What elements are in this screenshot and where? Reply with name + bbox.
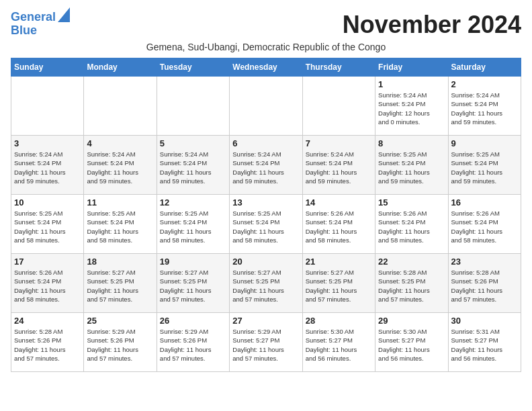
calendar-cell: 8Sunrise: 5:25 AM Sunset: 5:24 PM Daylig… bbox=[375, 136, 448, 195]
logo-text-blue: Blue bbox=[11, 24, 37, 38]
day-number: 12 bbox=[160, 197, 226, 208]
calendar-cell: 28Sunrise: 5:30 AM Sunset: 5:27 PM Dayli… bbox=[302, 313, 375, 372]
day-info: Sunrise: 5:27 AM Sunset: 5:25 PM Dayligh… bbox=[87, 268, 153, 304]
calendar-cell: 21Sunrise: 5:27 AM Sunset: 5:25 PM Dayli… bbox=[302, 254, 375, 313]
day-number: 3 bbox=[14, 138, 81, 148]
calendar-cell: 15Sunrise: 5:26 AM Sunset: 5:24 PM Dayli… bbox=[375, 195, 448, 254]
day-info: Sunrise: 5:25 AM Sunset: 5:24 PM Dayligh… bbox=[451, 150, 518, 185]
day-number: 30 bbox=[451, 316, 518, 326]
day-number: 16 bbox=[451, 197, 518, 208]
calendar-header-row: SundayMondayTuesdayWednesdayThursdayFrid… bbox=[11, 58, 521, 77]
header-thursday: Thursday bbox=[302, 58, 375, 77]
day-info: Sunrise: 5:24 AM Sunset: 5:24 PM Dayligh… bbox=[451, 91, 518, 126]
day-info: Sunrise: 5:26 AM Sunset: 5:24 PM Dayligh… bbox=[14, 268, 81, 304]
calendar-cell: 25Sunrise: 5:29 AM Sunset: 5:26 PM Dayli… bbox=[84, 313, 157, 372]
day-number: 22 bbox=[378, 257, 445, 267]
calendar-cell: 12Sunrise: 5:25 AM Sunset: 5:24 PM Dayli… bbox=[157, 195, 229, 254]
day-number: 13 bbox=[232, 197, 299, 208]
calendar-cell: 30Sunrise: 5:31 AM Sunset: 5:27 PM Dayli… bbox=[448, 313, 521, 372]
calendar-cell: 24Sunrise: 5:28 AM Sunset: 5:26 PM Dayli… bbox=[11, 313, 84, 372]
day-number: 10 bbox=[14, 197, 81, 208]
calendar-cell: 4Sunrise: 5:24 AM Sunset: 5:24 PM Daylig… bbox=[84, 136, 157, 195]
calendar-cell: 23Sunrise: 5:28 AM Sunset: 5:26 PM Dayli… bbox=[448, 254, 521, 313]
calendar-cell: 9Sunrise: 5:25 AM Sunset: 5:24 PM Daylig… bbox=[448, 136, 521, 195]
calendar-cell: 20Sunrise: 5:27 AM Sunset: 5:25 PM Dayli… bbox=[230, 254, 302, 313]
calendar-cell: 11Sunrise: 5:25 AM Sunset: 5:24 PM Dayli… bbox=[84, 195, 157, 254]
day-number: 18 bbox=[87, 257, 153, 267]
calendar-cell: 26Sunrise: 5:29 AM Sunset: 5:26 PM Dayli… bbox=[157, 313, 229, 372]
day-number: 5 bbox=[160, 138, 226, 148]
day-info: Sunrise: 5:28 AM Sunset: 5:26 PM Dayligh… bbox=[14, 327, 81, 363]
day-info: Sunrise: 5:30 AM Sunset: 5:27 PM Dayligh… bbox=[378, 327, 445, 363]
calendar-cell: 17Sunrise: 5:26 AM Sunset: 5:24 PM Dayli… bbox=[11, 254, 84, 313]
day-info: Sunrise: 5:26 AM Sunset: 5:24 PM Dayligh… bbox=[306, 209, 372, 244]
day-info: Sunrise: 5:27 AM Sunset: 5:25 PM Dayligh… bbox=[160, 268, 226, 304]
calendar-cell: 13Sunrise: 5:25 AM Sunset: 5:24 PM Dayli… bbox=[230, 195, 302, 254]
day-info: Sunrise: 5:25 AM Sunset: 5:24 PM Dayligh… bbox=[87, 209, 153, 244]
calendar-cell: 2Sunrise: 5:24 AM Sunset: 5:24 PM Daylig… bbox=[448, 77, 521, 136]
day-number: 28 bbox=[306, 316, 372, 326]
calendar-week-row: 17Sunrise: 5:26 AM Sunset: 5:24 PM Dayli… bbox=[11, 254, 521, 313]
day-number: 7 bbox=[306, 138, 372, 148]
day-info: Sunrise: 5:24 AM Sunset: 5:24 PM Dayligh… bbox=[87, 150, 153, 185]
page-header: General Blue November 2024 bbox=[11, 11, 521, 39]
day-number: 21 bbox=[306, 257, 372, 267]
svg-marker-0 bbox=[58, 7, 70, 22]
calendar-cell: 18Sunrise: 5:27 AM Sunset: 5:25 PM Dayli… bbox=[84, 254, 157, 313]
day-number: 25 bbox=[87, 316, 153, 326]
day-number: 19 bbox=[160, 257, 226, 267]
day-number: 6 bbox=[232, 138, 299, 148]
header-saturday: Saturday bbox=[448, 58, 521, 77]
day-info: Sunrise: 5:30 AM Sunset: 5:27 PM Dayligh… bbox=[306, 327, 372, 363]
day-info: Sunrise: 5:24 AM Sunset: 5:24 PM Dayligh… bbox=[160, 150, 226, 185]
day-info: Sunrise: 5:24 AM Sunset: 5:24 PM Dayligh… bbox=[232, 150, 299, 185]
calendar-cell: 7Sunrise: 5:24 AM Sunset: 5:24 PM Daylig… bbox=[302, 136, 375, 195]
calendar-cell: 16Sunrise: 5:26 AM Sunset: 5:24 PM Dayli… bbox=[448, 195, 521, 254]
day-info: Sunrise: 5:25 AM Sunset: 5:24 PM Dayligh… bbox=[14, 209, 81, 244]
day-info: Sunrise: 5:25 AM Sunset: 5:24 PM Dayligh… bbox=[232, 209, 299, 244]
header-monday: Monday bbox=[84, 58, 157, 77]
day-info: Sunrise: 5:26 AM Sunset: 5:24 PM Dayligh… bbox=[451, 209, 518, 244]
calendar-week-row: 10Sunrise: 5:25 AM Sunset: 5:24 PM Dayli… bbox=[11, 195, 521, 254]
day-info: Sunrise: 5:29 AM Sunset: 5:26 PM Dayligh… bbox=[87, 327, 153, 363]
calendar-cell: 22Sunrise: 5:28 AM Sunset: 5:25 PM Dayli… bbox=[375, 254, 448, 313]
calendar-week-row: 3Sunrise: 5:24 AM Sunset: 5:24 PM Daylig… bbox=[11, 136, 521, 195]
day-number: 14 bbox=[306, 197, 372, 208]
day-number: 1 bbox=[378, 79, 445, 89]
header-tuesday: Tuesday bbox=[157, 58, 229, 77]
calendar-cell bbox=[11, 77, 84, 136]
day-number: 23 bbox=[451, 257, 518, 267]
day-number: 15 bbox=[378, 197, 445, 208]
calendar-week-row: 1Sunrise: 5:24 AM Sunset: 5:24 PM Daylig… bbox=[11, 77, 521, 136]
calendar-cell: 1Sunrise: 5:24 AM Sunset: 5:24 PM Daylig… bbox=[375, 77, 448, 136]
calendar-subtitle: Gemena, Sud-Ubangi, Democratic Republic … bbox=[11, 42, 521, 52]
day-info: Sunrise: 5:25 AM Sunset: 5:24 PM Dayligh… bbox=[378, 150, 445, 185]
day-number: 29 bbox=[378, 316, 445, 326]
day-number: 20 bbox=[232, 257, 299, 267]
day-number: 24 bbox=[14, 316, 81, 326]
calendar-cell bbox=[157, 77, 229, 136]
calendar-cell: 6Sunrise: 5:24 AM Sunset: 5:24 PM Daylig… bbox=[230, 136, 302, 195]
calendar-cell: 29Sunrise: 5:30 AM Sunset: 5:27 PM Dayli… bbox=[375, 313, 448, 372]
day-number: 27 bbox=[232, 316, 299, 326]
day-number: 11 bbox=[87, 197, 153, 208]
calendar-cell bbox=[230, 77, 302, 136]
day-number: 9 bbox=[451, 138, 518, 148]
logo: General Blue bbox=[11, 11, 70, 38]
day-info: Sunrise: 5:29 AM Sunset: 5:27 PM Dayligh… bbox=[232, 327, 299, 363]
day-number: 26 bbox=[160, 316, 226, 326]
header-sunday: Sunday bbox=[11, 58, 84, 77]
calendar-cell bbox=[302, 77, 375, 136]
day-info: Sunrise: 5:28 AM Sunset: 5:26 PM Dayligh… bbox=[451, 268, 518, 304]
day-info: Sunrise: 5:24 AM Sunset: 5:24 PM Dayligh… bbox=[378, 91, 445, 126]
calendar-cell: 10Sunrise: 5:25 AM Sunset: 5:24 PM Dayli… bbox=[11, 195, 84, 254]
day-number: 2 bbox=[451, 79, 518, 89]
day-info: Sunrise: 5:29 AM Sunset: 5:26 PM Dayligh… bbox=[160, 327, 226, 363]
header-friday: Friday bbox=[375, 58, 448, 77]
day-info: Sunrise: 5:24 AM Sunset: 5:24 PM Dayligh… bbox=[14, 150, 81, 185]
calendar-cell: 27Sunrise: 5:29 AM Sunset: 5:27 PM Dayli… bbox=[230, 313, 302, 372]
calendar-table: SundayMondayTuesdayWednesdayThursdayFrid… bbox=[11, 58, 521, 372]
day-number: 4 bbox=[87, 138, 153, 148]
day-info: Sunrise: 5:28 AM Sunset: 5:25 PM Dayligh… bbox=[378, 268, 445, 304]
day-info: Sunrise: 5:24 AM Sunset: 5:24 PM Dayligh… bbox=[306, 150, 372, 185]
